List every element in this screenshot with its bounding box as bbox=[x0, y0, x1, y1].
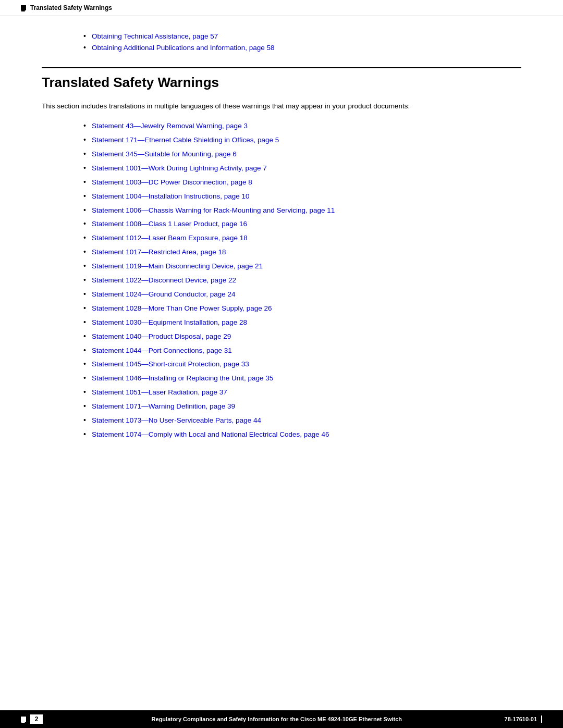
section-heading: Translated Safety Warnings bbox=[42, 67, 521, 91]
main-list-link-17[interactable]: Statement 1044—Port Connections, page 31 bbox=[92, 347, 232, 354]
list-item: Statement 1030—Equipment Installation, p… bbox=[83, 317, 521, 328]
list-item: Statement 1022—Disconnect Device, page 2… bbox=[83, 275, 521, 286]
main-list-link-1[interactable]: Statement 43—Jewelry Removal Warning, pa… bbox=[92, 122, 248, 130]
page-container: ■ Translated Safety Warnings Obtaining T… bbox=[0, 0, 563, 728]
list-item: Obtaining Technical Assistance, page 57 bbox=[83, 32, 521, 40]
list-item: Statement 1024—Ground Conductor, page 24 bbox=[83, 289, 521, 300]
header-title: Translated Safety Warnings bbox=[30, 4, 112, 11]
list-item: Statement 1044—Port Connections, page 31 bbox=[83, 346, 521, 356]
main-list-link-20[interactable]: Statement 1051—Laser Radiation, page 37 bbox=[92, 388, 227, 396]
list-item: Statement 43—Jewelry Removal Warning, pa… bbox=[83, 121, 521, 131]
main-list-link-14[interactable]: Statement 1028—More Than One Power Suppl… bbox=[92, 304, 272, 312]
main-list-link-5[interactable]: Statement 1003—DC Power Disconnection, p… bbox=[92, 178, 252, 186]
list-item: Statement 1004—Installation Instructions… bbox=[83, 191, 521, 202]
footer-left: ■ 2 bbox=[21, 714, 49, 724]
main-list-link-19[interactable]: Statement 1046—Installing or Replacing t… bbox=[92, 374, 273, 382]
list-item: Statement 1019—Main Disconnecting Device… bbox=[83, 261, 521, 272]
list-item: Statement 1008—Class 1 Laser Product, pa… bbox=[83, 219, 521, 229]
main-list-link-3[interactable]: Statement 345—Suitable for Mounting, pag… bbox=[92, 150, 237, 158]
list-item: Statement 1040—Product Disposal, page 29 bbox=[83, 331, 521, 342]
list-item: Statement 1045—Short-circuit Protection,… bbox=[83, 359, 521, 369]
list-item: Obtaining Additional Publications and In… bbox=[83, 43, 521, 52]
main-list: Statement 43—Jewelry Removal Warning, pa… bbox=[83, 121, 521, 439]
main-list-link-4[interactable]: Statement 1001—Work During Lightning Act… bbox=[92, 164, 267, 172]
footer-right-text: 78-17610-01 bbox=[505, 716, 537, 722]
header-icon: ■ bbox=[21, 5, 26, 10]
list-item: Statement 1073—No User-Serviceable Parts… bbox=[83, 415, 521, 426]
main-list-link-13[interactable]: Statement 1024—Ground Conductor, page 24 bbox=[92, 290, 235, 298]
list-item: Statement 1001—Work During Lightning Act… bbox=[83, 163, 521, 174]
main-list-link-9[interactable]: Statement 1012—Laser Beam Exposure, page… bbox=[92, 234, 248, 242]
main-list-link-18[interactable]: Statement 1045—Short-circuit Protection,… bbox=[92, 360, 249, 368]
main-list-link-6[interactable]: Statement 1004—Installation Instructions… bbox=[92, 192, 249, 200]
list-item: Statement 1003—DC Power Disconnection, p… bbox=[83, 177, 521, 188]
header-bar: ■ Translated Safety Warnings bbox=[0, 0, 563, 16]
main-list-link-10[interactable]: Statement 1017—Restricted Area, page 18 bbox=[92, 248, 226, 256]
main-list-link-2[interactable]: Statement 171—Ethernet Cable Shielding i… bbox=[92, 136, 279, 144]
list-item: Statement 1071—Warning Definition, page … bbox=[83, 401, 521, 412]
main-list-link-12[interactable]: Statement 1022—Disconnect Device, page 2… bbox=[92, 276, 236, 284]
list-item: Statement 1017—Restricted Area, page 18 bbox=[83, 247, 521, 257]
main-list-link-23[interactable]: Statement 1074—Comply with Local and Nat… bbox=[92, 430, 329, 438]
section-description: This section includes translations in mu… bbox=[42, 101, 469, 112]
main-list-link-11[interactable]: Statement 1019—Main Disconnecting Device… bbox=[92, 262, 263, 270]
list-item: Statement 1006—Chassis Warning for Rack-… bbox=[83, 205, 521, 216]
list-item: Statement 1028—More Than One Power Suppl… bbox=[83, 303, 521, 314]
footer-center-text: Regulatory Compliance and Safety Informa… bbox=[49, 716, 505, 722]
list-item: Statement 1051—Laser Radiation, page 37 bbox=[83, 387, 521, 398]
main-list-link-7[interactable]: Statement 1006—Chassis Warning for Rack-… bbox=[92, 206, 335, 214]
main-list-link-8[interactable]: Statement 1008—Class 1 Laser Product, pa… bbox=[92, 220, 247, 228]
list-item: Statement 171—Ethernet Cable Shielding i… bbox=[83, 135, 521, 145]
intro-link-2[interactable]: Obtaining Additional Publications and In… bbox=[92, 44, 275, 52]
footer-page-number: 2 bbox=[30, 714, 43, 724]
list-item: Statement 1046—Installing or Replacing t… bbox=[83, 373, 521, 384]
footer: ■ 2 Regulatory Compliance and Safety Inf… bbox=[0, 710, 563, 728]
main-list-link-15[interactable]: Statement 1030—Equipment Installation, p… bbox=[92, 318, 247, 326]
intro-list: Obtaining Technical Assistance, page 57 … bbox=[83, 32, 521, 52]
list-item: Statement 345—Suitable for Mounting, pag… bbox=[83, 149, 521, 159]
main-list-link-21[interactable]: Statement 1071—Warning Definition, page … bbox=[92, 402, 235, 410]
main-list-link-16[interactable]: Statement 1040—Product Disposal, page 29 bbox=[92, 332, 231, 340]
footer-icon: ■ bbox=[21, 717, 26, 722]
main-list-link-22[interactable]: Statement 1073—No User-Serviceable Parts… bbox=[92, 416, 261, 424]
list-item: Statement 1012—Laser Beam Exposure, page… bbox=[83, 233, 521, 243]
intro-link-1[interactable]: Obtaining Technical Assistance, page 57 bbox=[92, 32, 218, 40]
list-item: Statement 1074—Comply with Local and Nat… bbox=[83, 429, 521, 440]
main-content: Obtaining Technical Assistance, page 57 … bbox=[0, 16, 563, 710]
footer-divider bbox=[541, 715, 542, 723]
